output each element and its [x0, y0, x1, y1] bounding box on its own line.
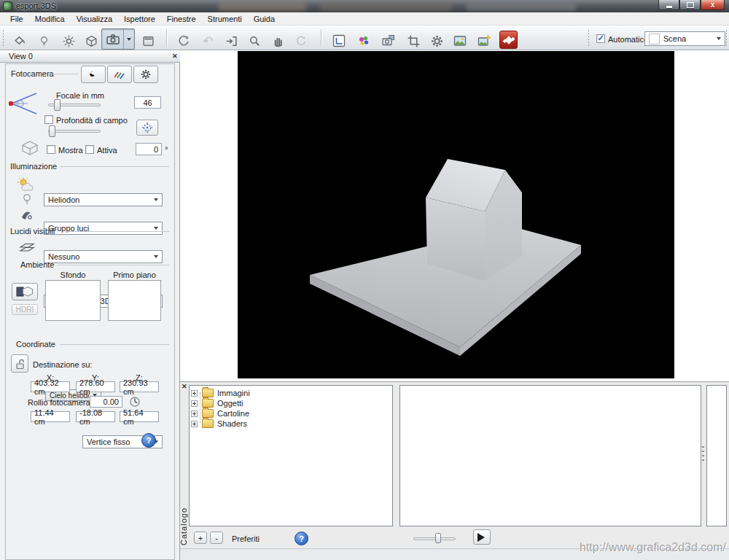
- inspector-header[interactable]: View 0: [0, 50, 180, 63]
- refresh-icon[interactable]: [292, 31, 311, 50]
- camera-tool-button[interactable]: [101, 28, 135, 50]
- dof-slider-track[interactable]: [48, 130, 101, 133]
- play-button[interactable]: [473, 529, 491, 545]
- catalog-side-panel[interactable]: [706, 385, 727, 526]
- render-viewport[interactable]: [238, 51, 674, 378]
- focale-slider-thumb[interactable]: [54, 99, 61, 111]
- artlantis-logo-icon[interactable]: [499, 31, 518, 49]
- lock-button[interactable]: [11, 354, 28, 373]
- z-value-field[interactable]: 230.93 cm: [120, 381, 159, 392]
- thumbnail-size-slider-thumb[interactable]: [435, 533, 441, 543]
- minimize-button[interactable]: [658, 0, 679, 10]
- axes-window-icon[interactable]: [330, 31, 348, 50]
- attiva-label: Attiva: [97, 146, 117, 155]
- tree-item-immagini[interactable]: Immagini: [191, 388, 250, 398]
- tree-item-oggetti[interactable]: Oggetti: [191, 398, 243, 408]
- hdri-button[interactable]: HDRI: [12, 304, 38, 315]
- gear-icon[interactable]: [427, 31, 446, 50]
- application-window: esport.3DS x File Modifica Visualizza Is…: [0, 0, 729, 560]
- x2-value-field[interactable]: 11.44 cm: [31, 411, 70, 422]
- attiva-checkbox[interactable]: [85, 145, 94, 154]
- destinazione-value: Vertice fisso: [87, 438, 130, 446]
- image-cube-icon: [16, 286, 34, 298]
- paint-bucket-icon[interactable]: [9, 31, 28, 50]
- angle-value-field[interactable]: 0: [136, 143, 162, 155]
- thumbnail-size-slider-track[interactable]: [413, 537, 456, 540]
- menu-modifica[interactable]: Modifica: [29, 13, 71, 25]
- menu-ispettore[interactable]: Ispettore: [118, 13, 161, 25]
- camera-settings-button[interactable]: [133, 66, 158, 83]
- toolbar-gripper[interactable]: [725, 29, 728, 47]
- dof-slider-thumb[interactable]: [49, 125, 55, 137]
- image-add-icon[interactable]: [475, 31, 494, 50]
- scene-color-swatch: [649, 34, 660, 44]
- close-button[interactable]: x: [701, 0, 725, 10]
- undo-icon[interactable]: ↶: [198, 31, 217, 50]
- catalog-remove-button[interactable]: -: [210, 532, 223, 544]
- render-monitor-icon[interactable]: [139, 31, 157, 50]
- camera-dropdown-button[interactable]: [123, 29, 133, 49]
- focale-value-field[interactable]: 46: [134, 96, 161, 109]
- mostra-checkbox[interactable]: [47, 145, 55, 154]
- crop-icon[interactable]: [404, 31, 423, 50]
- toolbar-gripper[interactable]: [2, 29, 4, 47]
- menu-guida[interactable]: Guida: [248, 13, 281, 25]
- photo-camera-icon[interactable]: [379, 31, 398, 50]
- toolbar-gripper[interactable]: [588, 29, 590, 47]
- sfondo-preview-box[interactable]: [45, 280, 101, 321]
- catalog-close-icon[interactable]: ✕: [182, 384, 187, 390]
- magnifier-icon[interactable]: [245, 31, 264, 50]
- expand-plus-icon[interactable]: [191, 400, 198, 407]
- coordinate-section-label: Coordinate: [16, 340, 55, 349]
- contrast-button[interactable]: ◑: [81, 66, 106, 83]
- rotation-dial-icon[interactable]: [128, 395, 141, 408]
- cube-icon[interactable]: [82, 31, 101, 50]
- background-type-button[interactable]: [12, 283, 38, 300]
- expand-plus-icon[interactable]: [191, 411, 198, 417]
- catalog-help-button[interactable]: ?: [295, 532, 308, 545]
- y-value-field[interactable]: 278.60 cm: [76, 381, 115, 392]
- automatico-checkbox[interactable]: [596, 34, 605, 43]
- heliodon-value: Heliodon: [48, 195, 79, 204]
- inspector-help-button[interactable]: ?: [141, 433, 156, 448]
- image-monitor-icon[interactable]: [451, 31, 469, 50]
- tree-item-shaders[interactable]: Shaders: [191, 419, 247, 429]
- light-bulb-icon[interactable]: [34, 31, 53, 50]
- expand-plus-icon[interactable]: [191, 390, 198, 397]
- palette-icon[interactable]: [354, 31, 373, 50]
- panel-splitter[interactable]: [702, 445, 704, 464]
- catalog-add-button[interactable]: +: [194, 532, 207, 544]
- focus-button[interactable]: [136, 120, 158, 136]
- walkthrough-icon[interactable]: [222, 31, 241, 50]
- menu-visualizza[interactable]: Visualizza: [71, 13, 118, 25]
- menu-finestre[interactable]: Finestre: [161, 13, 202, 25]
- dof-checkbox[interactable]: [44, 115, 53, 124]
- chevron-down-icon: [127, 38, 131, 43]
- rgb-settings-button[interactable]: [107, 66, 132, 83]
- play-icon: [477, 533, 489, 542]
- gear-icon: [140, 69, 152, 80]
- 3d-scene: [238, 51, 674, 378]
- catalog-preview-panel[interactable]: [399, 385, 701, 526]
- x-value-field[interactable]: 403.32 cm: [31, 381, 70, 392]
- z2-value-field[interactable]: 51.64 cm: [120, 411, 159, 422]
- maximize-button[interactable]: [679, 0, 701, 10]
- menu-file[interactable]: File: [4, 13, 29, 25]
- tree-item-cartoline[interactable]: Cartoline: [191, 408, 249, 419]
- neon-combobox[interactable]: Nessuno: [44, 250, 163, 263]
- heliodon-combobox[interactable]: Heliodon: [44, 193, 163, 206]
- expand-plus-icon[interactable]: [191, 421, 198, 427]
- scene-combobox[interactable]: Scena: [644, 31, 725, 46]
- rollio-value-field[interactable]: 0.00: [90, 396, 122, 408]
- glass-reflection: [467, 2, 576, 11]
- sun-icon[interactable]: [59, 31, 78, 50]
- fotocamera-section-label: Fotocamera: [11, 69, 54, 78]
- primo-piano-preview-box[interactable]: [108, 280, 161, 321]
- title-bar[interactable]: esport.3DS: [0, 0, 729, 12]
- y2-value-field[interactable]: -18.08 cm: [76, 411, 115, 422]
- pan-hand-icon[interactable]: [268, 31, 287, 50]
- orbit-icon[interactable]: [174, 31, 193, 50]
- light-group-combobox[interactable]: Gruppo luci: [44, 222, 163, 235]
- menu-strumenti[interactable]: Strumenti: [202, 13, 248, 25]
- inspector-close-icon[interactable]: ✕: [172, 53, 178, 60]
